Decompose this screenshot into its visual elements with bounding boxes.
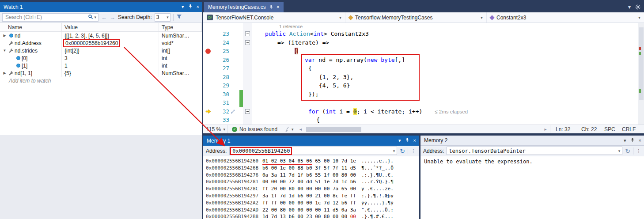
- memory-row: 0x000002556B1942760a 3a 11 7d 1f b6 55 1…: [206, 172, 419, 179]
- search-prev-icon[interactable]: ←: [101, 14, 107, 21]
- breakpoint-margin[interactable]: [203, 90, 213, 99]
- table-row[interactable]: [1]1int: [0, 62, 202, 69]
- watch-name: nd[1, 1]: [15, 70, 32, 76]
- column-header-type[interactable]: Type: [159, 23, 202, 31]
- property-icon: [8, 48, 15, 53]
- memory1-address-input[interactable]: 0x000002556B194260 ▾: [229, 147, 397, 155]
- collapse-icon[interactable]: [245, 31, 250, 36]
- window-menu-icon[interactable]: ▾: [398, 138, 401, 143]
- outlining-margin: [243, 30, 252, 38]
- pin-icon[interactable]: [630, 138, 635, 143]
- memory2-title-bar[interactable]: Memory 2 ▾ ×: [420, 136, 644, 146]
- spaces-indicator[interactable]: SPC: [604, 126, 622, 132]
- pin-icon[interactable]: [405, 138, 409, 143]
- table-row[interactable]: nd.Address0x000002556b194260void*: [0, 39, 202, 47]
- change-tracking-margin: [239, 38, 243, 47]
- refresh-icon[interactable]: ↻: [625, 148, 630, 154]
- tab-close-icon[interactable]: ×: [277, 4, 280, 10]
- expander-collapsed-icon[interactable]: ▶: [2, 34, 8, 38]
- chevron-down-icon[interactable]: ▾: [618, 149, 621, 153]
- pin-icon[interactable]: [188, 4, 193, 10]
- breakpoint-margin[interactable]: [203, 81, 213, 90]
- watch-value-cell[interactable]: 3: [62, 54, 159, 62]
- breakpoint-icon[interactable]: [205, 49, 211, 54]
- breakpoint-margin[interactable]: [203, 64, 213, 73]
- line-number: 25: [213, 47, 231, 56]
- chevron-down-icon[interactable]: ▾: [393, 149, 395, 153]
- tab-pin-icon[interactable]: [269, 5, 273, 10]
- watch-panel: Watch 1 ▾ × Search (Ctrl+E) ▾ ← → Search…: [0, 2, 202, 135]
- memory1-hex-view[interactable]: 0x000002556B19426001 02 03 04 05 06 65 0…: [203, 156, 419, 219]
- change-tracking-margin: [239, 64, 243, 73]
- vertical-scrollbar[interactable]: [638, 23, 644, 125]
- search-input[interactable]: Search (Ctrl+E) ▾: [2, 13, 98, 22]
- search-depth-select[interactable]: 3 ▾: [155, 13, 170, 22]
- watch-value-cell[interactable]: 1: [62, 62, 159, 69]
- table-row[interactable]: ▶nd[1, 1]{5}NumShar…: [0, 69, 202, 77]
- memory2-message-area[interactable]: Unable to evaluate the expression.: [420, 156, 644, 167]
- window-menu-icon[interactable]: ▾: [182, 4, 184, 9]
- breakpoint-margin[interactable]: [203, 30, 213, 38]
- close-icon[interactable]: ×: [413, 138, 416, 143]
- project-dropdown[interactable]: C# TensorFlowNET.Console ▾: [203, 12, 345, 23]
- collapse-icon[interactable]: [245, 40, 250, 45]
- table-row[interactable]: ▼nd.strides{int[2]}int[]: [0, 47, 202, 54]
- collapse-icon[interactable]: [245, 109, 250, 114]
- overflow-icon[interactable]: ⋮: [411, 148, 416, 154]
- search-next-icon[interactable]: →: [110, 14, 115, 21]
- type-dropdown[interactable]: Tensorflow.MemoryTestingCases ▾: [345, 12, 487, 23]
- scrollbar-thumb[interactable]: [306, 127, 361, 132]
- watch-title-bar[interactable]: Watch 1 ▾ ×: [0, 2, 202, 12]
- breakpoint-margin[interactable]: [203, 98, 213, 107]
- expander-expanded-icon[interactable]: ▼: [2, 49, 8, 53]
- member-dropdown[interactable]: Constant2x3 ▾: [487, 12, 644, 23]
- memory2-address-value: tensor.TensorDataPointer: [449, 148, 525, 154]
- line-ending-indicator[interactable]: CRLF: [622, 126, 640, 132]
- codelens-references[interactable]: 1 reference: [279, 24, 303, 29]
- issues-indicator[interactable]: ✓ No issues found: [228, 126, 281, 132]
- breakpoint-margin[interactable]: [203, 56, 213, 64]
- breakpoint-margin[interactable]: [203, 47, 213, 56]
- search-options-icon[interactable]: ▾: [94, 15, 96, 19]
- overflow-icon[interactable]: ⋮: [636, 148, 641, 154]
- watch-value-cell[interactable]: {[[1, 2, 3], [4, 5, 6]]}: [62, 32, 159, 39]
- refresh-icon[interactable]: ↻: [400, 148, 405, 154]
- scroll-left-icon[interactable]: ◂: [297, 127, 304, 132]
- watch-value-cell[interactable]: {int[2]}: [62, 47, 159, 54]
- current-statement-icon[interactable]: [203, 107, 213, 116]
- search-depth-value: 3: [156, 14, 159, 20]
- scroll-right-icon[interactable]: ▸: [542, 127, 549, 132]
- breakpoint-margin[interactable]: [203, 116, 213, 125]
- search-icon[interactable]: [88, 14, 93, 21]
- filter-icon[interactable]: [176, 14, 182, 21]
- chevron-down-icon: ▾: [223, 127, 225, 132]
- close-icon[interactable]: ×: [197, 4, 199, 9]
- zoom-dropdown[interactable]: 115 % ▾: [203, 125, 228, 133]
- window-menu-icon[interactable]: ▾: [624, 138, 626, 143]
- gear-icon[interactable]: [635, 4, 640, 10]
- expander-collapsed-icon[interactable]: ▶: [2, 71, 8, 75]
- code-editor[interactable]: 1 reference23public Action<int> Constant…: [203, 23, 644, 125]
- table-row[interactable]: [0]3int: [0, 54, 202, 62]
- watch-rows[interactable]: ▶nd{[[1, 2, 3], [4, 5, 6]]}NumShar…nd.Ad…: [0, 32, 202, 135]
- horizontal-scrollbar[interactable]: ◂ ▸: [297, 125, 550, 133]
- breakpoint-margin[interactable]: [203, 38, 213, 47]
- memory1-title-bar[interactable]: Memory 1 ▾ ×: [203, 136, 419, 146]
- memory1-title: Memory 1: [207, 138, 230, 144]
- document-list-icon[interactable]: ▾: [628, 4, 631, 10]
- toolbar-separator: [408, 147, 408, 155]
- perf-tip[interactable]: ≤ 2ms elapsed: [435, 109, 468, 114]
- memory2-address-input[interactable]: tensor.TensorDataPointer ▾: [447, 147, 622, 155]
- tab-memorytestingcases[interactable]: MemoryTestingCases.cs ×: [204, 2, 284, 12]
- table-row[interactable]: ▶nd{[[1, 2, 3], [4, 5, 6]]}NumShar…: [0, 32, 202, 39]
- watch-value-cell[interactable]: 0x000002556b194260: [62, 39, 159, 47]
- code-line-24: 24=> (iterate) =>: [203, 38, 644, 47]
- close-icon[interactable]: ×: [639, 138, 641, 143]
- column-header-name[interactable]: Name: [0, 23, 62, 31]
- add-watch-item[interactable]: Add item to watch: [0, 77, 202, 84]
- field-icon: [15, 64, 22, 68]
- breakpoint-margin[interactable]: [203, 73, 213, 82]
- watch-value-cell[interactable]: {5}: [62, 69, 159, 77]
- code-cleanup-button[interactable]: ▾: [281, 125, 297, 133]
- column-header-value[interactable]: Value: [62, 23, 159, 31]
